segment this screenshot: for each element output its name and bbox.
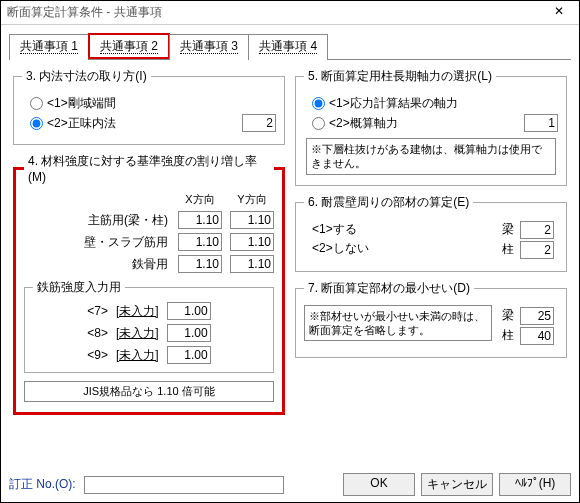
dialog-window: 断面算定計算条件 - 共通事項 ✕ 共通事項 1 共通事項 2 共通事項 3 共… bbox=[0, 0, 580, 503]
titlebar: 断面算定計算条件 - 共通事項 ✕ bbox=[1, 1, 579, 25]
sec4-r2y[interactable] bbox=[230, 233, 274, 251]
sec7-col-value[interactable] bbox=[520, 327, 554, 345]
section-7: 7. 断面算定部材の最小せい(D) ※部材せいが最小せい未満の時は、断面算定を省… bbox=[295, 280, 567, 358]
footer-buttons: OK キャンセル ﾍﾙﾌﾟ(H) bbox=[343, 473, 571, 496]
sec7-beam-label: 梁 bbox=[502, 307, 514, 324]
sec6-col-label: 柱 bbox=[502, 241, 514, 258]
window-title: 断面算定計算条件 - 共通事項 bbox=[7, 4, 545, 21]
tab-3[interactable]: 共通事項 3 bbox=[169, 34, 249, 60]
close-icon[interactable]: ✕ bbox=[545, 4, 573, 22]
sec3-radio-1[interactable] bbox=[30, 97, 43, 110]
sec3-value[interactable] bbox=[242, 114, 276, 132]
sec5-opt2-label: <2>概算軸力 bbox=[329, 115, 398, 132]
footer: 訂正 No.(O): OK キャンセル ﾍﾙﾌﾟ(H) bbox=[9, 473, 571, 496]
sec6-beam-value[interactable] bbox=[520, 221, 554, 239]
sec4-s7l: [未入力] bbox=[116, 303, 159, 320]
help-button[interactable]: ﾍﾙﾌﾟ(H) bbox=[499, 473, 571, 496]
sec3-opt2-label: <2>正味内法 bbox=[47, 115, 116, 132]
sec5-note: ※下層柱抜けがある建物は、概算軸力は使用できません。 bbox=[306, 138, 556, 175]
content-area: 共通事項 1 共通事項 2 共通事項 3 共通事項 4 3. 内法寸法の取り方(… bbox=[1, 25, 579, 423]
sec6-opt2-label: <2>しない bbox=[312, 240, 369, 257]
sec7-beam-value[interactable] bbox=[520, 307, 554, 325]
section-4: 4. 材料強度に対する基準強度の割り増し率(M) X方向 Y方向 主筋用(梁・柱… bbox=[13, 153, 285, 415]
sec7-col-label: 柱 bbox=[502, 327, 514, 344]
sec4-sub: 鉄筋強度入力用 <7> [未入力] <8> [未入力] <9> [未入力] bbox=[24, 279, 274, 373]
section-3: 3. 内法寸法の取り方(I) <1>剛域端間 <2>正味内法 bbox=[13, 68, 285, 145]
sec4-jis-note: JIS規格品なら 1.10 倍可能 bbox=[24, 381, 274, 402]
tab-2[interactable]: 共通事項 2 bbox=[88, 33, 170, 59]
right-column: 5. 断面算定用柱長期軸力の選択(L) <1>応力計算結果の軸力 <2>概算軸力… bbox=[295, 68, 567, 415]
sec6-opt1-label: <1>する bbox=[312, 221, 357, 238]
sec4-r1y[interactable] bbox=[230, 211, 274, 229]
left-column: 3. 内法寸法の取り方(I) <1>剛域端間 <2>正味内法 4. 材料強度に対… bbox=[13, 68, 285, 415]
section-5-title: 5. 断面算定用柱長期軸力の選択(L) bbox=[304, 68, 496, 85]
sec6-opt1-row[interactable]: <1>する bbox=[312, 221, 498, 238]
sec3-opt1-label: <1>剛域端間 bbox=[47, 95, 116, 112]
sec4-r1x[interactable] bbox=[178, 211, 222, 229]
sec5-radio-1[interactable] bbox=[312, 97, 325, 110]
section-4-title: 4. 材料強度に対する基準強度の割り増し率(M) bbox=[24, 153, 274, 184]
sec3-opt1-row[interactable]: <1>剛域端間 bbox=[30, 95, 276, 112]
sec4-r3y[interactable] bbox=[230, 255, 274, 273]
tab-4[interactable]: 共通事項 4 bbox=[248, 34, 328, 60]
sec4-s7: <7> bbox=[87, 304, 108, 318]
section-7-title: 7. 断面算定部材の最小せい(D) bbox=[304, 280, 474, 297]
sec3-opt2-row[interactable]: <2>正味内法 bbox=[30, 114, 276, 132]
section-3-title: 3. 内法寸法の取り方(I) bbox=[22, 68, 151, 85]
tab-1[interactable]: 共通事項 1 bbox=[9, 34, 89, 60]
sec4-s8: <8> bbox=[87, 326, 108, 340]
sec5-radio-2[interactable] bbox=[312, 117, 325, 130]
sec4-yheader: Y方向 bbox=[230, 192, 274, 207]
tab-bar: 共通事項 1 共通事項 2 共通事項 3 共通事項 4 bbox=[9, 33, 571, 60]
sec4-row3-label: 鉄骨用 bbox=[24, 256, 170, 273]
sec4-row2-label: 壁・スラブ筋用 bbox=[24, 234, 170, 251]
sec4-s8l: [未入力] bbox=[116, 325, 159, 342]
section-6: 6. 耐震壁周りの部材の算定(E) <1>する <2>しない bbox=[295, 194, 567, 272]
sec5-opt1-row[interactable]: <1>応力計算結果の軸力 bbox=[312, 95, 558, 112]
sec3-radio-2[interactable] bbox=[30, 117, 43, 130]
sec6-col-value[interactable] bbox=[520, 241, 554, 259]
sec7-note: ※部材せいが最小せい未満の時は、断面算定を省略します。 bbox=[304, 305, 492, 342]
sec6-beam-label: 梁 bbox=[502, 221, 514, 238]
ok-button[interactable]: OK bbox=[343, 473, 415, 496]
correction-no-input[interactable] bbox=[84, 476, 284, 494]
sec5-opt2-row[interactable]: <2>概算軸力 bbox=[312, 114, 558, 132]
sec4-s9: <9> bbox=[87, 348, 108, 362]
tab-panel: 3. 内法寸法の取り方(I) <1>剛域端間 <2>正味内法 4. 材料強度に対… bbox=[9, 60, 571, 423]
sec6-opt2-row[interactable]: <2>しない bbox=[312, 240, 498, 257]
sec5-opt1-label: <1>応力計算結果の軸力 bbox=[329, 95, 458, 112]
sec4-row1-label: 主筋用(梁・柱) bbox=[24, 212, 170, 229]
sec4-xheader: X方向 bbox=[178, 192, 222, 207]
sec5-value[interactable] bbox=[524, 114, 558, 132]
sec4-s9l: [未入力] bbox=[116, 347, 159, 364]
section-6-title: 6. 耐震壁周りの部材の算定(E) bbox=[304, 194, 473, 211]
sec4-s8v[interactable] bbox=[167, 324, 211, 342]
sec4-sub-title: 鉄筋強度入力用 bbox=[33, 279, 125, 296]
sec4-s9v[interactable] bbox=[167, 346, 211, 364]
cancel-button[interactable]: キャンセル bbox=[421, 473, 493, 496]
footer-label: 訂正 No.(O): bbox=[9, 476, 76, 493]
sec4-subgrid: <7> [未入力] <8> [未入力] <9> [未入力] bbox=[33, 302, 265, 364]
section-5: 5. 断面算定用柱長期軸力の選択(L) <1>応力計算結果の軸力 <2>概算軸力… bbox=[295, 68, 567, 186]
sec4-r2x[interactable] bbox=[178, 233, 222, 251]
sec4-grid: X方向 Y方向 主筋用(梁・柱) 壁・スラブ筋用 鉄骨用 bbox=[24, 192, 274, 273]
sec4-r3x[interactable] bbox=[178, 255, 222, 273]
sec4-s7v[interactable] bbox=[167, 302, 211, 320]
